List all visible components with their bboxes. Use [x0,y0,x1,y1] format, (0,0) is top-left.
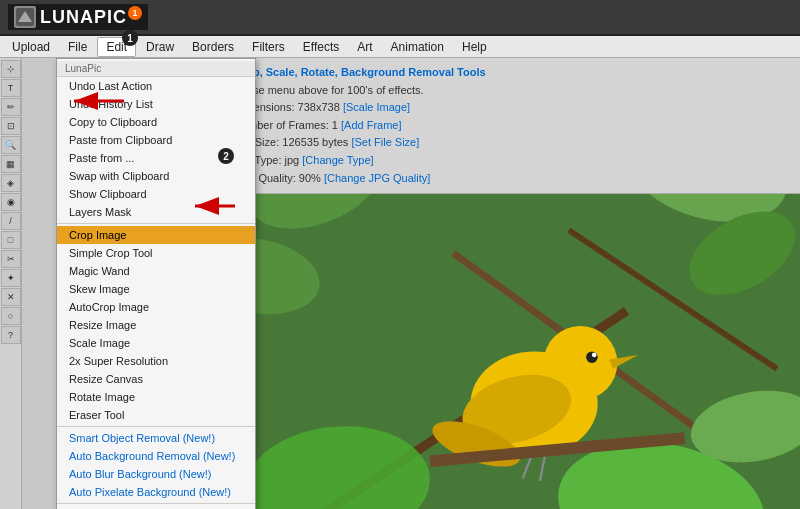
filetype-value: jpg [285,154,300,166]
info-filetype: File Type: jpg [Change Type] [234,152,788,170]
info-dimensions: Dimensions: 738x738 [Scale Image] [234,99,788,117]
dd-auto-pixelate-bg[interactable]: Auto Pixelate Background (New!) [57,483,255,501]
dd-auto-blur-bg[interactable]: Auto Blur Background (New!) [57,465,255,483]
dd-resize-image[interactable]: Resize Image [57,316,255,334]
menu-art[interactable]: Art [349,38,380,56]
badge-1: 1 [122,30,138,46]
tool-text[interactable]: T [1,79,21,97]
content-area: Crop, Scale, Rotate, Background Removal … [222,58,800,509]
tool-move[interactable]: ⊹ [1,60,21,78]
tool-help[interactable]: ? [1,326,21,344]
tool-brush[interactable]: ◉ [1,193,21,211]
dd-swap-clipboard[interactable]: Swap with Clipboard [57,167,255,185]
dd-super-resolution[interactable]: 2x Super Resolution [57,352,255,370]
svg-point-16 [586,352,598,364]
menu-upload[interactable]: Upload [4,38,58,56]
dd-simple-crop[interactable]: Simple Crop Tool [57,244,255,262]
logo-text: LUNAPIC [40,7,127,28]
bird-image [222,194,800,509]
tool-crop[interactable]: ✂ [1,250,21,268]
set-size-link[interactable]: [Set File Size] [351,136,419,148]
info-bar: Crop, Scale, Rotate, Background Removal … [222,58,800,194]
logo-area: LUNAPIC 1 [8,4,148,30]
badge-2: 2 [218,148,234,164]
info-frames: Number of Frames: 1 [Add Frame] [234,117,788,135]
info-subtitle: or use menu above for 100's of effects. [234,82,788,100]
tool-wand[interactable]: ✦ [1,269,21,287]
menu-borders[interactable]: Borders [184,38,242,56]
dd-undo-last[interactable]: Undo Last Action [57,77,255,95]
dd-resize-canvas[interactable]: Resize Canvas [57,370,255,388]
menu-animation[interactable]: Animation [383,38,452,56]
tool-select[interactable]: ⊡ [1,117,21,135]
dd-eraser-tool[interactable]: Eraser Tool [57,406,255,424]
menu-draw[interactable]: Draw [138,38,182,56]
tool-pencil[interactable]: ✏ [1,98,21,116]
dd-magic-wand[interactable]: Magic Wand [57,262,255,280]
dd-copy-clipboard[interactable]: Copy to Clipboard [57,113,255,131]
quality-value: 90% [299,172,321,184]
dimensions-value: 738x738 [298,101,340,113]
tool-ellipse[interactable]: ○ [1,307,21,325]
svg-point-17 [592,353,597,358]
info-filesize: File Size: 126535 bytes [Set File Size] [234,134,788,152]
dd-layers-mask[interactable]: Layers Mask [57,203,255,221]
info-quality: JPG Quality: 90% [Change JPG Quality] [234,170,788,188]
logo-icon [14,6,36,28]
dropdown-container: LunaPic Undo Last Action Undo History Li… [22,58,800,509]
edit-dropdown: LunaPic Undo Last Action Undo History Li… [56,58,256,509]
menu-filters[interactable]: Filters [244,38,293,56]
dd-rotate-image[interactable]: Rotate Image [57,388,255,406]
dd-undo-history[interactable]: Undo History List [57,95,255,113]
change-type-link[interactable]: [Change Type] [302,154,373,166]
tool-line[interactable]: / [1,212,21,230]
dropdown-section-label: LunaPic [57,61,255,77]
info-title: Crop, Scale, Rotate, Background Removal … [234,66,486,78]
tool-rectangle[interactable]: □ [1,231,21,249]
tool-eyedropper[interactable]: ◈ [1,174,21,192]
tool-eraser[interactable]: ✕ [1,288,21,306]
logo-box: LUNAPIC 1 [8,4,148,30]
canvas-area [222,194,800,509]
dd-autocrop-image[interactable]: AutoCrop Image [57,298,255,316]
menubar: Upload File Edit Draw Borders Filters Ef… [0,36,800,58]
scale-link[interactable]: [Scale Image] [343,101,410,113]
header: LUNAPIC 1 [0,0,800,36]
dd-separator-1 [57,223,255,224]
dd-paste-clipboard[interactable]: Paste from Clipboard [57,131,255,149]
dd-crop-image[interactable]: Crop Image [57,226,255,244]
menu-effects[interactable]: Effects [295,38,347,56]
left-toolbar: ⊹ T ✏ ⊡ 🔍 ▦ ◈ ◉ / □ ✂ ✦ ✕ ○ ? [0,58,22,509]
dd-auto-bg-removal[interactable]: Auto Background Removal (New!) [57,447,255,465]
dd-scale-image[interactable]: Scale Image [57,334,255,352]
tool-zoom[interactable]: 🔍 [1,136,21,154]
tool-gradient[interactable]: ▦ [1,155,21,173]
dd-separator-2 [57,426,255,427]
main-area: ⊹ T ✏ ⊡ 🔍 ▦ ◈ ◉ / □ ✂ ✦ ✕ ○ ? LunaPic Un… [0,58,800,509]
menu-file[interactable]: File [60,38,95,56]
add-frame-link[interactable]: [Add Frame] [341,119,402,131]
dd-separator-3 [57,503,255,504]
version-badge: 1 [128,6,142,20]
dd-show-clipboard[interactable]: Show Clipboard [57,185,255,203]
frames-value: 1 [332,119,338,131]
filesize-value: 126535 bytes [282,136,348,148]
dd-smart-object-removal[interactable]: Smart Object Removal (New!) [57,429,255,447]
menu-help[interactable]: Help [454,38,495,56]
dd-skew-image[interactable]: Skew Image [57,280,255,298]
change-quality-link[interactable]: [Change JPG Quality] [324,172,430,184]
